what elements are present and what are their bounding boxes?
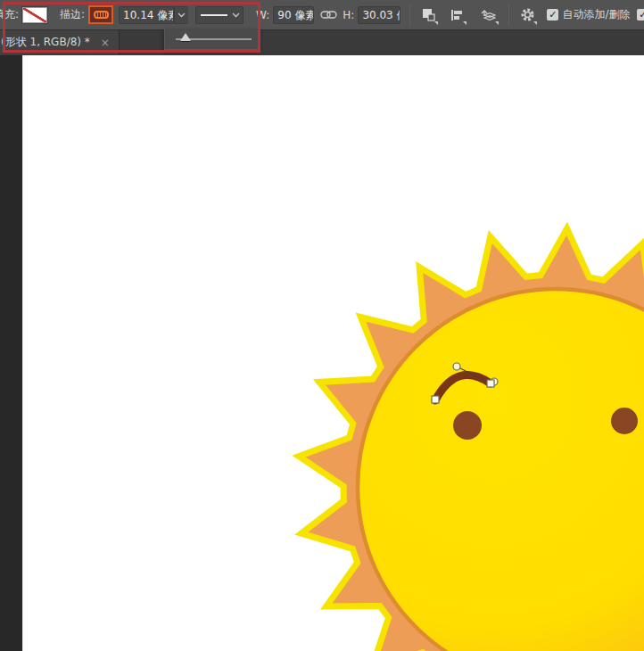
fill-label: 填充:	[0, 7, 19, 22]
document-tab-bar: (形状 1, RGB/8) * ×	[0, 30, 644, 55]
sun-eye-left	[453, 411, 482, 440]
dropdown-arrow-icon	[495, 21, 499, 25]
path-anchor-point[interactable]	[432, 396, 439, 403]
document-tab[interactable]: (形状 1, RGB/8) * ×	[0, 30, 120, 54]
chain-link-icon	[320, 10, 337, 20]
stroke-width-slider-popup	[164, 29, 259, 50]
stroke-label: 描边:	[60, 7, 85, 22]
path-arrangement-icon	[478, 8, 496, 22]
fill-color-swatch[interactable]	[22, 7, 47, 23]
document-tab-title: (形状 1, RGB/8) *	[1, 35, 90, 50]
stroke-style-dropdown[interactable]	[195, 6, 244, 24]
check-icon: ✓	[549, 9, 557, 21]
stroke-swatch-icon	[94, 11, 109, 19]
gear-icon	[520, 7, 535, 22]
auto-add-delete-checkbox[interactable]: ✓	[547, 9, 558, 21]
stroke-color-swatch[interactable]	[88, 5, 113, 24]
dropdown-arrow-icon	[434, 21, 438, 25]
chevron-down-icon	[178, 12, 186, 18]
divider	[508, 4, 509, 26]
height-field[interactable]: 30.03 像素	[358, 6, 400, 24]
height-label: H:	[343, 9, 354, 21]
sun-artwork	[23, 55, 644, 651]
width-field[interactable]: 90 像素	[273, 6, 314, 24]
bezier-handle-point[interactable]	[453, 363, 460, 370]
path-alignment-icon	[450, 9, 464, 21]
width-label: W:	[256, 9, 269, 21]
path-anchor-point[interactable]	[487, 380, 494, 387]
dropdown-arrow-icon	[463, 21, 466, 25]
document-canvas[interactable]	[22, 55, 644, 651]
dropdown-arrow-icon	[533, 21, 537, 25]
solid-line-icon	[201, 14, 227, 16]
chevron-down-icon	[232, 12, 240, 18]
sun-eye-right	[611, 408, 638, 434]
path-operations-icon	[422, 8, 435, 21]
divider	[409, 4, 410, 26]
tool-settings-button[interactable]	[516, 4, 538, 27]
path-operations-button[interactable]	[417, 4, 439, 27]
align-edges-checkbox[interactable]: ✓	[637, 9, 644, 21]
stroke-width-field[interactable]: 10.14 像素	[119, 6, 174, 24]
slider-thumb[interactable]	[180, 33, 191, 41]
close-icon[interactable]: ×	[101, 37, 110, 49]
link-dimensions-button[interactable]	[318, 4, 338, 27]
auto-add-delete-label: 自动添加/删除	[562, 7, 630, 22]
path-alignment-button[interactable]	[446, 4, 467, 27]
tool-options-bar: 填充: 描边: 10.14 像素 W: 90 像素 H: 30.03 像素	[0, 0, 644, 30]
check-icon: ✓	[639, 9, 644, 21]
path-arrangement-button[interactable]	[475, 4, 500, 27]
stroke-width-dropdown-button[interactable]	[174, 6, 188, 24]
